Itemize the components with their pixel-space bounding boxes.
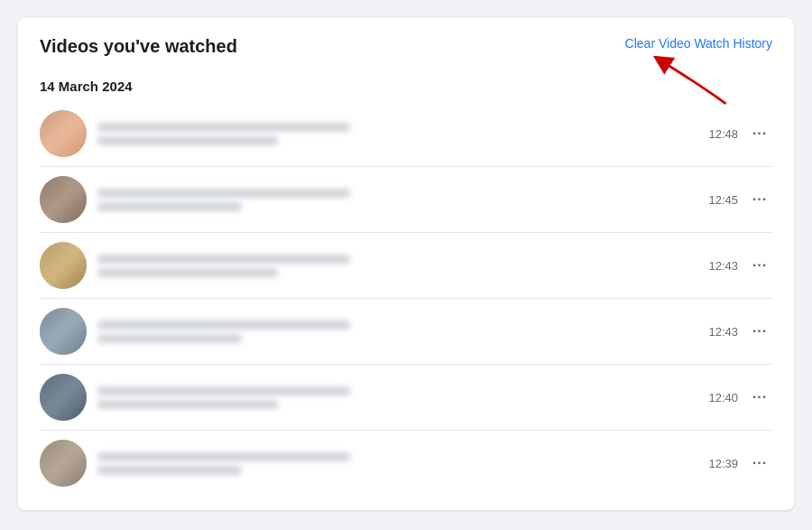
video-item: 12:43 ··· [40, 233, 772, 299]
video-meta: 12:40 ··· [708, 385, 772, 410]
video-subtitle-blurred [97, 400, 278, 409]
video-item: 12:39 ··· [40, 431, 772, 496]
video-timestamp: 12:48 [708, 127, 738, 141]
video-title-blurred [97, 321, 350, 330]
more-options-button[interactable]: ··· [747, 121, 772, 146]
video-meta: 12:39 ··· [708, 451, 772, 476]
video-timestamp: 12:43 [708, 325, 738, 339]
more-options-button[interactable]: ··· [747, 319, 772, 344]
video-info [97, 189, 708, 211]
video-subtitle-blurred [97, 334, 242, 343]
video-timestamp: 12:45 [708, 193, 738, 207]
more-options-button[interactable]: ··· [747, 187, 772, 212]
video-title-blurred [97, 123, 350, 132]
video-timestamp: 12:40 [708, 391, 738, 404]
main-container: Videos you've watched Clear Video Watch … [18, 18, 794, 510]
video-title-blurred [97, 255, 350, 264]
video-subtitle-blurred [97, 136, 278, 145]
video-item: 12:43 ··· [40, 299, 772, 365]
more-options-button[interactable]: ··· [747, 385, 772, 410]
video-info [97, 386, 708, 409]
page-title: Videos you've watched [40, 36, 237, 57]
page-header: Videos you've watched Clear Video Watch … [40, 36, 772, 57]
date-section-label: 14 March 2024 [40, 71, 772, 98]
video-item: 12:40 ··· [40, 365, 772, 431]
more-options-button[interactable]: ··· [747, 253, 772, 278]
avatar [40, 110, 87, 157]
video-title-blurred [97, 386, 350, 395]
header-actions: Clear Video Watch History [625, 36, 772, 51]
video-info [97, 123, 708, 145]
video-timestamp: 12:43 [708, 259, 738, 273]
video-subtitle-blurred [97, 268, 278, 277]
video-item: 12:45 ··· [40, 167, 772, 233]
video-info [97, 255, 708, 277]
avatar [40, 374, 87, 421]
clear-history-link[interactable]: Clear Video Watch History [625, 36, 772, 51]
video-item: 12:48 ··· [40, 101, 772, 167]
video-meta: 12:43 ··· [708, 253, 772, 278]
video-meta: 12:48 ··· [708, 121, 772, 146]
avatar [40, 440, 87, 487]
video-info [97, 321, 708, 343]
video-title-blurred [97, 189, 350, 198]
video-meta: 12:43 ··· [708, 319, 772, 344]
avatar [40, 308, 87, 355]
more-options-button[interactable]: ··· [747, 451, 772, 476]
video-subtitle-blurred [97, 202, 242, 211]
avatar [40, 242, 87, 289]
video-subtitle-blurred [97, 466, 242, 475]
video-title-blurred [97, 452, 350, 461]
avatar [40, 176, 87, 223]
video-timestamp: 12:39 [708, 457, 738, 470]
video-info [97, 452, 708, 475]
video-list: 12:48 ··· 12:45 ··· [40, 101, 772, 496]
video-meta: 12:45 ··· [708, 187, 772, 212]
